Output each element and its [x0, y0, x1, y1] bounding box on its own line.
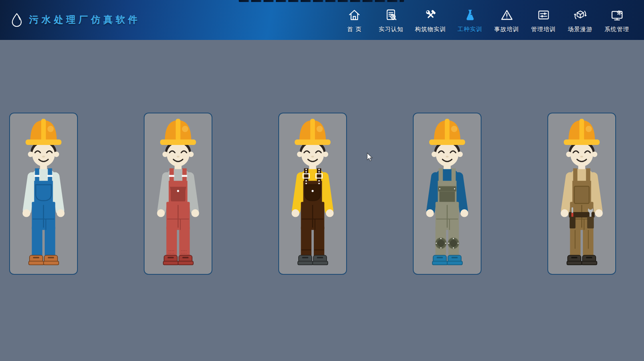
worker-selection-area — [0, 40, 644, 361]
nav-item-label: 事故培训 — [494, 26, 519, 33]
khaki-toolbelt-worker-figure — [548, 113, 615, 274]
flask-icon — [464, 8, 477, 22]
worker-card-red-overalls-worker[interactable] — [144, 113, 212, 275]
top-edge-artifact — [239, 0, 404, 2]
nav-item-8[interactable]: 系统管理 — [604, 7, 630, 33]
red-overalls-worker-figure — [145, 113, 212, 274]
worker-card-olive-overalls-blue-shirt-worker[interactable] — [413, 113, 482, 275]
document-search-icon — [384, 8, 398, 22]
nav-item-5[interactable]: 事故培训 — [494, 7, 519, 33]
sliders-icon — [537, 8, 550, 22]
blue-overalls-worker-figure — [10, 113, 77, 274]
nav-item-6[interactable]: 管理培训 — [531, 7, 556, 33]
cube-roam-icon — [574, 8, 587, 22]
warning-triangle-icon — [500, 8, 513, 22]
brown-overalls-yellow-shirt-worker-figure — [279, 113, 346, 274]
nav-item-label: 实习认知 — [379, 26, 404, 33]
monitor-gear-icon — [610, 8, 624, 22]
olive-overalls-blue-shirt-worker-figure — [414, 113, 481, 274]
main-nav: 首 页实习认知构筑物实训工种实训事故培训管理培训场景漫游系统管理 — [342, 0, 630, 40]
nav-item-label: 首 页 — [347, 26, 362, 33]
nav-item-label: 场景漫游 — [568, 26, 592, 33]
crossed-tools-icon — [424, 8, 437, 22]
worker-card-khaki-toolbelt-worker[interactable] — [547, 113, 616, 275]
nav-item-2[interactable]: 实习认知 — [378, 7, 404, 33]
nav-item-label: 构筑物实训 — [415, 26, 446, 33]
worker-card-blue-overalls-worker[interactable] — [9, 113, 78, 275]
nav-item-3[interactable]: 构筑物实训 — [415, 7, 446, 33]
nav-item-4[interactable]: 工种实训 — [457, 7, 483, 33]
brand: 污水处理厂仿真软件 — [11, 12, 141, 27]
worker-card-brown-overalls-yellow-shirt-worker[interactable] — [278, 113, 347, 275]
top-navigation-bar: 污水处理厂仿真软件 首 页实习认知构筑物实训工种实训事故培训管理培训场景漫游系统… — [0, 0, 644, 40]
water-drop-icon — [11, 12, 22, 27]
nav-item-label: 管理培训 — [531, 26, 556, 33]
nav-item-1[interactable]: 首 页 — [342, 7, 367, 33]
app-title: 污水处理厂仿真软件 — [29, 14, 141, 26]
nav-item-label: 系统管理 — [604, 26, 629, 33]
home-icon — [348, 8, 361, 22]
nav-item-7[interactable]: 场景漫游 — [567, 7, 593, 33]
nav-item-label: 工种实训 — [458, 26, 482, 33]
